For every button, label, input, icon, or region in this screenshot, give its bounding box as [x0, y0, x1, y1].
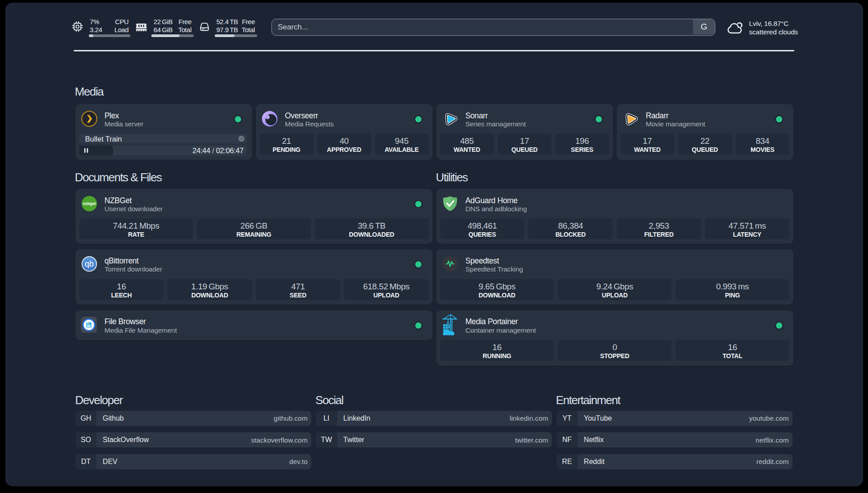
- svg-text:nzbget: nzbget: [83, 201, 96, 206]
- svg-text:qb: qb: [84, 259, 93, 268]
